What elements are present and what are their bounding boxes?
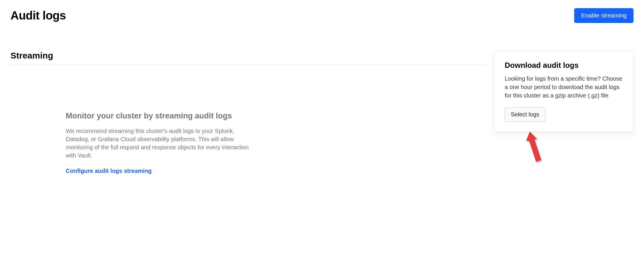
download-audit-logs-card: Download audit logs Looking for logs fro…	[494, 51, 634, 132]
enable-streaming-button[interactable]: Enable streaming	[574, 8, 634, 23]
streaming-section-title: Streaming	[10, 51, 485, 65]
arrow-annotation-icon	[522, 132, 545, 166]
content-row: Streaming Monitor your cluster by stream…	[10, 51, 634, 174]
streaming-empty-state: Monitor your cluster by streaming audit …	[66, 111, 252, 174]
download-card-title: Download audit logs	[505, 61, 623, 70]
streaming-section: Streaming Monitor your cluster by stream…	[10, 51, 485, 174]
download-card-body: Looking for logs from a specific time? C…	[505, 74, 623, 100]
svg-marker-0	[526, 132, 541, 162]
configure-streaming-link[interactable]: Configure audit logs streaming	[66, 168, 152, 174]
select-logs-button[interactable]: Select logs	[505, 107, 545, 122]
page-header: Audit logs Enable streaming	[10, 8, 634, 23]
empty-state-title: Monitor your cluster by streaming audit …	[66, 111, 252, 120]
page-title: Audit logs	[10, 9, 66, 22]
empty-state-body: We recommend streaming this cluster's au…	[66, 127, 252, 159]
